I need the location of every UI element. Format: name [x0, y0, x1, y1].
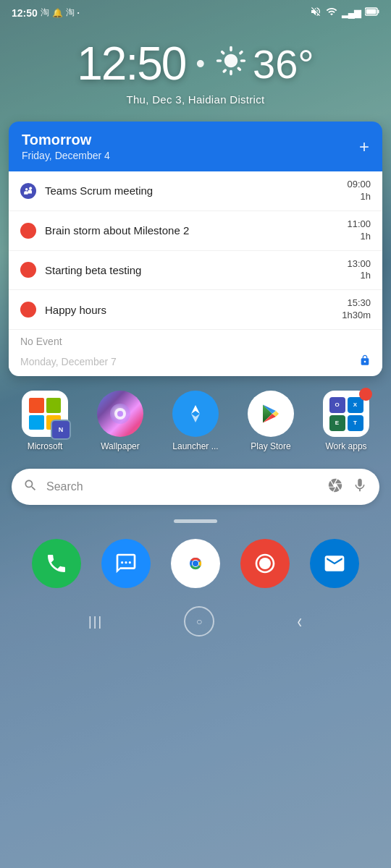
- home-button[interactable]: ○: [184, 606, 214, 637]
- app-item-launcher[interactable]: Launcher ...: [164, 391, 227, 451]
- launcher-label: Launcher ...: [172, 441, 218, 451]
- calendar-event-1[interactable]: Teams Scrum meeting 09:00 1h: [9, 171, 382, 211]
- separator-dot: •: [196, 48, 205, 79]
- nav-bar: ||| ○ ‹: [0, 595, 391, 652]
- svg-rect-1: [378, 10, 379, 14]
- playstore-icon-wrap: [248, 391, 294, 437]
- calendar-event-3[interactable]: Starting beta testing 13:00 1h: [9, 251, 382, 291]
- calendar-header: Tomorrow Friday, December 4 +: [9, 122, 382, 171]
- dock-phone-app[interactable]: [32, 539, 81, 588]
- app-row: N Microsoft Wallp: [0, 376, 391, 459]
- app-item-playstore[interactable]: Play Store: [239, 391, 303, 451]
- svg-point-12: [193, 561, 198, 566]
- dock-messages-app[interactable]: [101, 539, 151, 588]
- red-dot-icon-3: [20, 262, 36, 278]
- status-left: 12:50 淘 🔔 淘 •: [12, 7, 80, 19]
- weather-display: 36°: [215, 41, 314, 88]
- svg-point-7: [125, 561, 127, 563]
- wallpaper-icon: [97, 391, 143, 437]
- ms-cell-1: [29, 398, 44, 413]
- wifi-icon: [326, 6, 337, 20]
- ms-overlay-icon: N: [51, 420, 71, 440]
- status-right: ▂▄▆: [310, 6, 379, 20]
- event-title-4: Happy hours: [45, 304, 333, 316]
- event-title-2: Brain storm about Milestone 2: [45, 224, 338, 237]
- tomorrow-label: Tomorrow: [22, 132, 110, 148]
- voice-search-icon[interactable]: [352, 477, 368, 496]
- work-icon-2: X: [348, 397, 363, 413]
- ms-cell-3: [29, 415, 44, 430]
- svg-point-8: [129, 561, 131, 563]
- signal-bars-icon: ▂▄▆: [342, 7, 361, 18]
- search-placeholder: Search: [46, 480, 319, 493]
- sun-icon: [215, 45, 247, 83]
- date-location-display: Thu, Dec 3, Haidian District: [14, 93, 377, 106]
- dock-record-app[interactable]: [240, 539, 290, 588]
- workapps-icon-wrap: O X E T: [323, 391, 369, 437]
- notification-icon: 🔔: [52, 8, 63, 18]
- app-item-microsoft[interactable]: N Microsoft: [13, 391, 77, 451]
- search-bar[interactable]: Search: [12, 469, 379, 505]
- dock-chrome-app[interactable]: [171, 539, 220, 588]
- calendar-lock-icon: [359, 354, 371, 369]
- event-title-3: Starting beta testing: [45, 264, 338, 276]
- calendar-header-left: Tomorrow Friday, December 4: [22, 132, 110, 161]
- back-button[interactable]: ‹: [291, 605, 308, 637]
- svg-rect-2: [366, 9, 377, 14]
- home-pill-area: [0, 512, 391, 527]
- recents-button[interactable]: |||: [80, 610, 112, 634]
- status-bar: 12:50 淘 🔔 淘 • ▂▄▆: [0, 0, 391, 22]
- wallpaper-label: Wallpaper: [101, 441, 140, 451]
- microsoft-icon-wrap: N: [22, 391, 68, 437]
- taobao-icon1: 淘: [41, 7, 49, 19]
- camera-search-icon[interactable]: [327, 477, 343, 496]
- event-time-4: 15:30 1h30m: [342, 297, 371, 322]
- calendar-body: Teams Scrum meeting 09:00 1h Brain storm…: [9, 171, 382, 376]
- dock-row: [0, 527, 391, 595]
- playstore-icon: [248, 391, 294, 437]
- clock-display: 12:50: [77, 37, 185, 90]
- home-pill: [174, 519, 217, 523]
- workapps-label: Work apps: [325, 441, 366, 451]
- no-event-label: No Event: [9, 330, 382, 352]
- next-day-label: Monday, December 7: [20, 356, 117, 367]
- svg-point-5: [117, 411, 123, 417]
- wallpaper-icon-wrap: [97, 391, 143, 437]
- dot-icon: •: [77, 9, 80, 16]
- launcher-icon-wrap: [172, 391, 219, 437]
- event-title-1: Teams Scrum meeting: [45, 184, 338, 197]
- red-dot-icon-4: [20, 302, 36, 318]
- playstore-label: Play Store: [251, 441, 290, 451]
- app-item-workapps[interactable]: O X E T Work apps: [314, 391, 378, 451]
- event-time-1: 09:00 1h: [347, 179, 371, 203]
- calendar-widget: Tomorrow Friday, December 4 + Teams Scru…: [9, 122, 382, 376]
- microsoft-label: Microsoft: [28, 441, 63, 451]
- battery-icon: [365, 7, 379, 18]
- mute-icon: [310, 6, 321, 20]
- search-icon: [23, 478, 38, 495]
- red-dot-icon-2: [20, 223, 36, 239]
- ms-cell-2: [46, 398, 62, 413]
- search-right-icons: [327, 477, 368, 496]
- calendar-event-2[interactable]: Brain storm about Milestone 2 11:00 1h: [9, 211, 382, 251]
- event-time-3: 13:00 1h: [347, 258, 371, 283]
- svg-point-13: [259, 558, 271, 569]
- taobao-icon2: 淘: [66, 7, 75, 19]
- teams-event-icon: [20, 183, 36, 199]
- temperature-display: 36°: [253, 41, 314, 88]
- work-icon-1: O: [329, 397, 345, 413]
- next-day-row: Monday, December 7: [9, 352, 382, 376]
- time-weather-section: 12:50 • 36° Thu, Dec 3, Haidian District: [0, 22, 391, 113]
- svg-point-6: [121, 561, 123, 563]
- launcher-icon: [172, 391, 219, 437]
- calendar-event-4[interactable]: Happy hours 15:30 1h30m: [9, 290, 382, 330]
- add-event-button[interactable]: +: [359, 137, 369, 157]
- calendar-header-date: Friday, December 4: [22, 150, 110, 161]
- work-icon-3: E: [329, 415, 345, 431]
- dock-outlook-app[interactable]: [310, 539, 359, 588]
- app-item-wallpaper[interactable]: Wallpaper: [88, 391, 152, 451]
- time-status: 12:50: [12, 7, 38, 19]
- event-time-2: 11:00 1h: [347, 218, 371, 243]
- work-icon-4: T: [348, 415, 363, 431]
- workapps-badge: [359, 388, 372, 401]
